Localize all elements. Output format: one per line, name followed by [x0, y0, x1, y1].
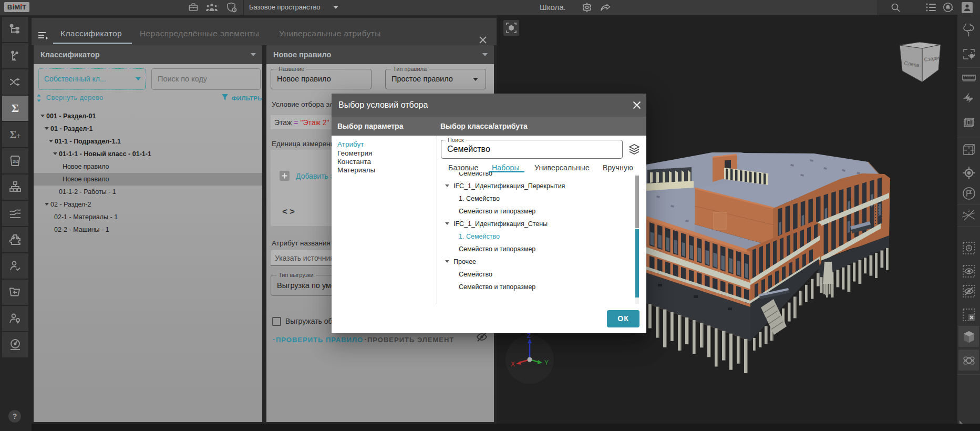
svg-text:X: X	[511, 361, 515, 368]
svg-text:2: 2	[968, 209, 970, 212]
svg-text:Y: Y	[544, 359, 549, 366]
svg-text:Z: Z	[527, 332, 531, 340]
svg-text:2D: 2D	[13, 159, 19, 164]
